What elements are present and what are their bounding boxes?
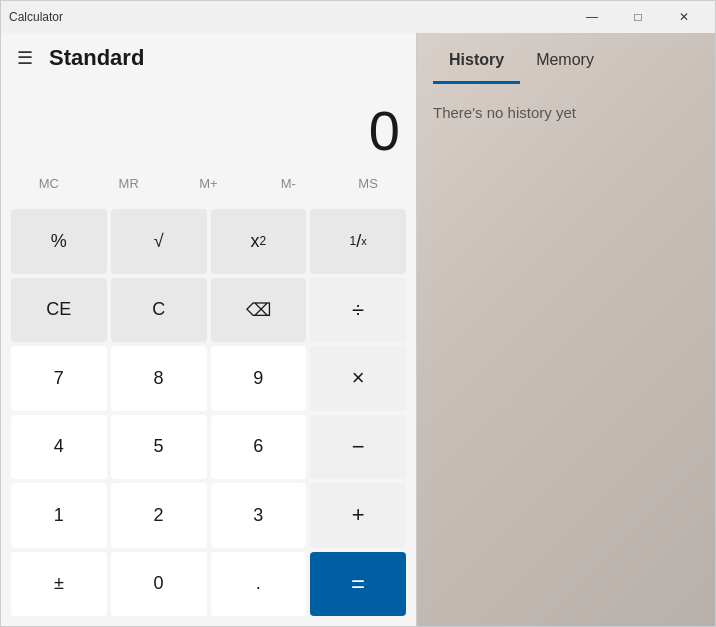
mc-button[interactable]: MC [9,163,89,203]
title-bar-title: Calculator [9,10,63,24]
close-button[interactable]: ✕ [661,1,707,33]
ce-button[interactable]: CE [11,278,107,343]
calc-header: ☰ Standard [1,33,416,83]
calc-display: 0 [1,83,416,163]
multiply-button[interactable]: × [310,346,406,411]
display-value: 0 [369,103,400,159]
button-grid: % √ x2 1/x CE C ⌫ ÷ 7 8 9 × 4 5 6 − 1 2 … [1,207,416,626]
4-button[interactable]: 4 [11,415,107,480]
decimal-button[interactable]: . [211,552,307,617]
backspace-button[interactable]: ⌫ [211,278,307,343]
2-button[interactable]: 2 [111,483,207,548]
mminus-button[interactable]: M- [248,163,328,203]
hamburger-icon[interactable]: ☰ [17,47,33,69]
memory-row: MC MR M+ M- MS [1,163,416,203]
tab-history[interactable]: History [433,39,520,84]
5-button[interactable]: 5 [111,415,207,480]
0-button[interactable]: 0 [111,552,207,617]
ms-button[interactable]: MS [328,163,408,203]
subtract-button[interactable]: − [310,415,406,480]
no-history-message: There's no history yet [433,104,576,121]
maximize-button[interactable]: □ [615,1,661,33]
history-content: There's no history yet [417,88,715,626]
calculator-window: Calculator — □ ✕ ☰ Standard 0 MC MR M+ [0,0,716,627]
1-button[interactable]: 1 [11,483,107,548]
add-button[interactable]: + [310,483,406,548]
equals-button[interactable]: = [310,552,406,617]
tab-memory[interactable]: Memory [520,39,610,84]
percent-button[interactable]: % [11,209,107,274]
3-button[interactable]: 3 [211,483,307,548]
tabs-row: History Memory [417,33,715,88]
right-panel: History Memory There's no history yet [417,33,715,626]
8-button[interactable]: 8 [111,346,207,411]
title-bar-left: Calculator [9,10,63,24]
title-bar: Calculator — □ ✕ [1,1,715,33]
mplus-button[interactable]: M+ [169,163,249,203]
title-bar-controls: — □ ✕ [569,1,707,33]
sqrt-button[interactable]: √ [111,209,207,274]
mr-button[interactable]: MR [89,163,169,203]
minimize-button[interactable]: — [569,1,615,33]
reciprocal-button[interactable]: 1/x [310,209,406,274]
main-content: ☰ Standard 0 MC MR M+ M- MS % √ x2 1/x [1,33,715,626]
negate-button[interactable]: ± [11,552,107,617]
calculator-panel: ☰ Standard 0 MC MR M+ M- MS % √ x2 1/x [1,33,416,626]
c-button[interactable]: C [111,278,207,343]
square-button[interactable]: x2 [211,209,307,274]
7-button[interactable]: 7 [11,346,107,411]
divide-button[interactable]: ÷ [310,278,406,343]
6-button[interactable]: 6 [211,415,307,480]
9-button[interactable]: 9 [211,346,307,411]
calc-mode-title: Standard [49,45,144,71]
